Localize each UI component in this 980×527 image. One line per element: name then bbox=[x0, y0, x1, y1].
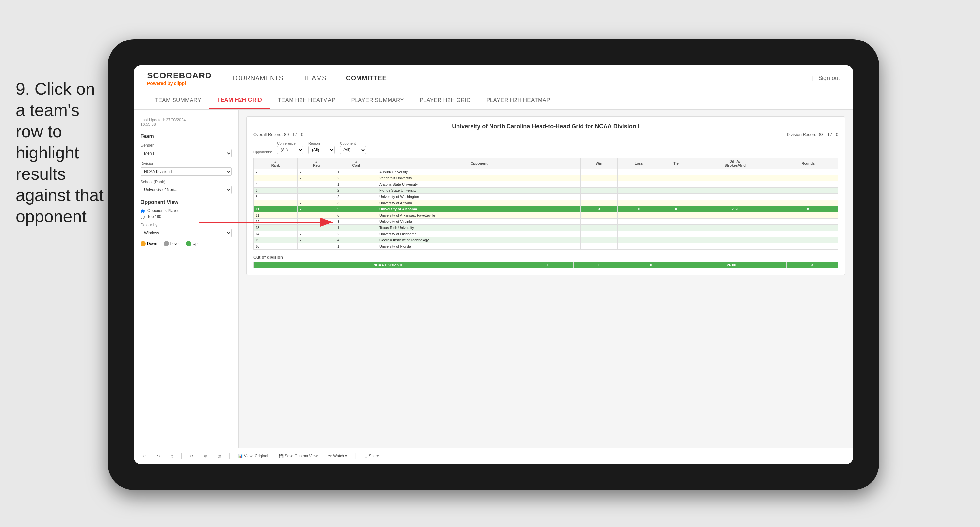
view-original-btn[interactable]: 📊 View: Original bbox=[235, 452, 270, 460]
tab-team-h2h-heatmap[interactable]: TEAM H2H HEATMAP bbox=[270, 91, 343, 109]
logo-title: SCOREBOARD bbox=[147, 70, 212, 81]
add-btn[interactable]: ⊕ bbox=[201, 452, 210, 460]
table-row[interactable]: 11-5University of Alabama3002.618 bbox=[254, 206, 838, 212]
filter-conference: Conference (All) bbox=[277, 142, 303, 154]
share-btn[interactable]: ⊞ Share bbox=[362, 452, 382, 460]
table-row[interactable]: 13-1Texas Tech University bbox=[254, 225, 838, 231]
sidebar: Last Updated: 27/03/2024 16:55:38 Team G… bbox=[134, 110, 239, 447]
cut-btn[interactable]: ✂ bbox=[188, 452, 196, 460]
legend-up: Up bbox=[186, 241, 197, 246]
out-of-division-title: Out of division bbox=[253, 255, 838, 260]
report-records: Overall Record: 89 - 17 - 0 Division Rec… bbox=[253, 132, 838, 137]
tablet-screen: SCOREBOARD Powered by clippi TOURNAMENTS… bbox=[134, 65, 853, 464]
radio-opponents-played[interactable]: Opponents Played bbox=[140, 209, 232, 213]
time-btn[interactable]: ◷ bbox=[215, 452, 224, 460]
out-of-division-table: NCAA Division II 1 0 0 26.00 3 bbox=[253, 262, 838, 268]
opponent-filter-select[interactable]: (All) bbox=[340, 146, 366, 154]
col-reg: #Reg bbox=[298, 158, 335, 169]
color-legend: Down Level Up bbox=[140, 241, 232, 246]
legend-down: Down bbox=[140, 241, 157, 246]
level-dot bbox=[164, 241, 169, 246]
sidebar-team-label: Team bbox=[140, 133, 232, 139]
overall-record: Overall Record: 89 - 17 - 0 bbox=[253, 132, 303, 137]
down-dot bbox=[140, 241, 146, 246]
legend-level: Level bbox=[164, 241, 180, 246]
tab-team-summary[interactable]: TEAM SUMMARY bbox=[147, 91, 209, 109]
division-record: Division Record: 88 - 17 - 0 bbox=[786, 132, 838, 137]
colour-by-label: Colour by bbox=[140, 223, 232, 228]
opponent-view-options: Opponents Played Top 100 bbox=[140, 209, 232, 219]
tab-player-summary[interactable]: PLAYER SUMMARY bbox=[344, 91, 412, 109]
sub-nav: TEAM SUMMARY TEAM H2H GRID TEAM H2H HEAT… bbox=[134, 91, 853, 110]
col-rounds: Rounds bbox=[778, 158, 838, 169]
toolbar-sep2: | bbox=[229, 452, 231, 459]
sign-out[interactable]: Sign out bbox=[811, 75, 840, 82]
nav-teams[interactable]: TEAMS bbox=[303, 71, 326, 85]
save-custom-view-btn[interactable]: 💾 Save Custom View bbox=[276, 452, 321, 460]
up-dot bbox=[186, 241, 191, 246]
school-label: School (Rank) bbox=[140, 180, 232, 184]
radio-top-100[interactable]: Top 100 bbox=[140, 214, 232, 219]
gender-select[interactable]: Men's bbox=[140, 149, 232, 158]
table-row[interactable]: 11-6University of Arkansas, Fayetteville bbox=[254, 212, 838, 218]
table-row[interactable]: 12-3University of Virginia bbox=[254, 218, 838, 225]
ood-diff: 26.00 bbox=[677, 262, 786, 268]
filter-opponent: Opponent (All) bbox=[340, 142, 366, 154]
col-diff: Diff AvStrokes/Rnd bbox=[692, 158, 778, 169]
last-updated: Last Updated: 27/03/2024 16:55:38 bbox=[140, 118, 232, 127]
filter-opponents: Opponents: bbox=[253, 150, 272, 154]
col-win: Win bbox=[581, 158, 617, 169]
logo-subtitle: Powered by clippi bbox=[147, 81, 212, 86]
conference-filter-select[interactable]: (All) bbox=[277, 146, 303, 154]
region-filter-select[interactable]: (All) bbox=[309, 146, 335, 154]
ood-tie: 0 bbox=[625, 262, 677, 268]
undo-btn[interactable]: ↩ bbox=[140, 452, 149, 460]
main-content: Last Updated: 27/03/2024 16:55:38 Team G… bbox=[134, 110, 853, 447]
table-row[interactable]: 14-2University of Oklahoma bbox=[254, 231, 838, 237]
reset-btn[interactable]: ⎌ bbox=[168, 452, 175, 460]
opponent-view-title: Opponent View bbox=[140, 199, 232, 205]
watch-btn[interactable]: 👁 Watch ▾ bbox=[326, 452, 350, 460]
redo-btn[interactable]: ↪ bbox=[154, 452, 163, 460]
content-panel: University of North Carolina Head-to-Hea… bbox=[239, 110, 853, 447]
filter-row: Opponents: Conference (All) Region (All) bbox=[253, 142, 838, 154]
tablet-frame: SCOREBOARD Powered by clippi TOURNAMENTS… bbox=[108, 39, 879, 490]
col-rank: #Rank bbox=[254, 158, 298, 169]
table-row[interactable]: 2-1Auburn University bbox=[254, 169, 838, 175]
table-row[interactable]: 6-2Florida State University bbox=[254, 188, 838, 194]
ood-rounds: 3 bbox=[786, 262, 838, 268]
nav-items: TOURNAMENTS TEAMS COMMITTEE bbox=[231, 71, 811, 85]
instruction-text: 9. Click on a team's row to highlight re… bbox=[16, 78, 107, 227]
ood-win: 1 bbox=[522, 262, 573, 268]
report-box: University of North Carolina Head-to-Hea… bbox=[247, 116, 845, 275]
division-label: Division bbox=[140, 161, 232, 166]
tab-player-h2h-heatmap[interactable]: PLAYER H2H HEATMAP bbox=[479, 91, 558, 109]
col-tie: Tie bbox=[660, 158, 692, 169]
out-of-division-section: Out of division NCAA Division II 1 0 0 2… bbox=[253, 255, 838, 268]
top-nav: SCOREBOARD Powered by clippi TOURNAMENTS… bbox=[134, 65, 853, 91]
col-loss: Loss bbox=[617, 158, 660, 169]
ood-label: NCAA Division II bbox=[254, 262, 522, 268]
table-row[interactable]: 16-1University of Florida bbox=[254, 244, 838, 250]
col-conf: #Conf bbox=[335, 158, 377, 169]
school-select[interactable]: University of Nort... bbox=[140, 186, 232, 194]
nav-tournaments[interactable]: TOURNAMENTS bbox=[231, 71, 284, 85]
report-title: University of North Carolina Head-to-Hea… bbox=[253, 123, 838, 130]
table-row[interactable]: 3-2Vanderbilt University bbox=[254, 175, 838, 182]
colour-by-select[interactable]: Win/loss bbox=[140, 229, 232, 237]
ood-row[interactable]: NCAA Division II 1 0 0 26.00 3 bbox=[254, 262, 838, 268]
nav-committee[interactable]: COMMITTEE bbox=[346, 71, 387, 85]
division-select[interactable]: NCAA Division I bbox=[140, 167, 232, 176]
table-header-row: #Rank #Reg #Conf Opponent Win Loss Tie D… bbox=[254, 158, 838, 169]
toolbar-sep3: | bbox=[355, 452, 356, 459]
ood-loss: 0 bbox=[573, 262, 625, 268]
table-row[interactable]: 9-3University of Arizona bbox=[254, 200, 838, 206]
bottom-toolbar: ↩ ↪ ⎌ | ✂ ⊕ ◷ | 📊 View: Original 💾 Save … bbox=[134, 447, 853, 464]
table-row[interactable]: 8-2University of Washington bbox=[254, 194, 838, 200]
table-row[interactable]: 4-1Arizona State University bbox=[254, 182, 838, 188]
tab-player-h2h-grid[interactable]: PLAYER H2H GRID bbox=[412, 91, 479, 109]
table-row[interactable]: 15-4Georgia Institute of Technology bbox=[254, 237, 838, 244]
filter-region: Region (All) bbox=[309, 142, 335, 154]
col-opponent: Opponent bbox=[377, 158, 581, 169]
tab-team-h2h-grid[interactable]: TEAM H2H GRID bbox=[209, 91, 270, 109]
